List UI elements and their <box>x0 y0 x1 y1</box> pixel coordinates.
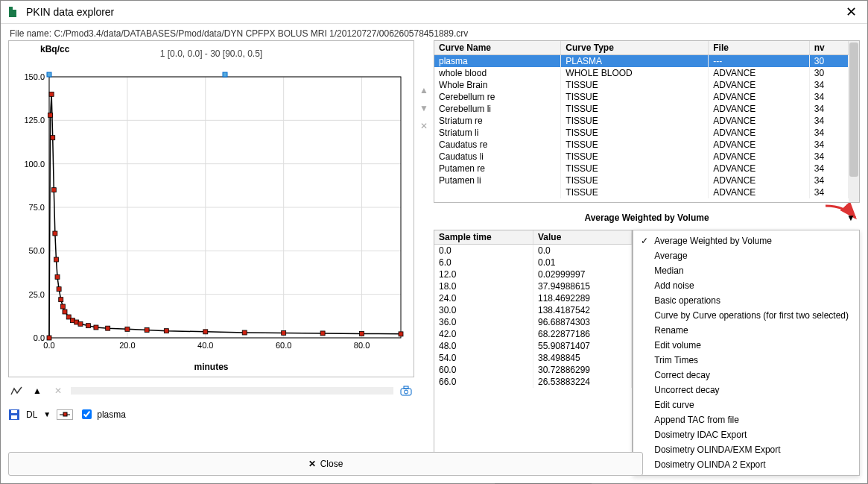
menu-item[interactable]: Basic operations <box>633 293 859 308</box>
window-close-button[interactable]: ✕ <box>841 4 861 20</box>
table-row[interactable]: Caudatus reTISSUEADVANCE34 <box>434 139 849 151</box>
remove-x-icon[interactable]: ✕ <box>420 121 428 131</box>
svg-text:125.0: 125.0 <box>24 116 45 125</box>
close-x-icon: ✕ <box>308 459 316 469</box>
menu-item[interactable]: Rename <box>633 323 859 338</box>
table-row[interactable]: 30.0138.4187542 <box>434 304 632 316</box>
plasma-checkbox[interactable]: plasma <box>79 407 126 421</box>
up-triangle-icon[interactable]: ▲ <box>29 383 45 398</box>
camera-icon[interactable] <box>398 383 414 398</box>
aggregate-mode-label: Average Weighted by Volume <box>584 213 709 223</box>
svg-rect-53 <box>47 72 51 77</box>
svg-rect-55 <box>401 389 411 395</box>
table-row[interactable]: Striatum liTISSUEADVANCE34 <box>434 127 849 139</box>
curves-scrollbar[interactable] <box>849 41 859 202</box>
values-table[interactable]: Sample timeValue0.00.06.00.0112.00.02999… <box>434 230 633 476</box>
svg-text:40.0: 40.0 <box>197 341 213 350</box>
svg-rect-41 <box>86 324 90 328</box>
svg-rect-54 <box>223 72 227 77</box>
svg-rect-45 <box>145 328 149 333</box>
svg-rect-52 <box>399 332 403 336</box>
polyline-tool-icon[interactable] <box>8 383 25 398</box>
menu-item[interactable]: Dosimetry IDAC Export <box>633 427 859 442</box>
svg-rect-48 <box>242 330 247 335</box>
svg-text:150.0: 150.0 <box>24 72 45 81</box>
menu-item[interactable]: Edit volume <box>633 338 859 353</box>
table-row[interactable]: 66.026.53883224 <box>434 376 632 388</box>
svg-text:0.0: 0.0 <box>43 341 54 350</box>
svg-text:20.0: 20.0 <box>119 341 135 350</box>
table-row[interactable]: Striatum reTISSUEADVANCE34 <box>434 115 849 127</box>
frame-slider[interactable] <box>71 387 393 395</box>
svg-text:25.0: 25.0 <box>29 290 45 299</box>
table-row[interactable]: 48.055.90871407 <box>434 340 632 352</box>
table-row[interactable]: plasmaPLASMA---30 <box>434 55 849 68</box>
legend-marker-icon[interactable] <box>57 409 73 420</box>
svg-rect-47 <box>203 330 208 334</box>
title-bar: PKIN data explorer ✕ <box>1 1 867 24</box>
plasma-checkbox-label: plasma <box>97 409 126 420</box>
table-row[interactable]: 12.00.02999997 <box>434 268 632 280</box>
svg-rect-31 <box>54 257 58 262</box>
menu-item[interactable]: Uncorrect decay <box>633 383 859 397</box>
curves-header[interactable]: File <box>709 41 810 55</box>
svg-text:50.0: 50.0 <box>29 246 45 255</box>
dl-label: DL <box>26 409 37 420</box>
file-name-value: C:/Pmod3.4/data/DATABASES/Pmod/data/DYN … <box>54 28 468 39</box>
curves-header[interactable]: Curve Type <box>561 41 709 55</box>
file-name-label: File name: <box>10 28 51 39</box>
plot-y-title: kBq/cc <box>40 44 69 54</box>
aggregate-mode-dropdown-icon[interactable]: ▼ <box>846 213 855 223</box>
table-row[interactable]: whole bloodWHOLE BLOODADVANCE30 <box>434 67 849 79</box>
table-row[interactable]: Cerebellum liTISSUEADVANCE34 <box>434 103 849 115</box>
svg-rect-32 <box>55 274 60 279</box>
aggregate-mode-bar: Average Weighted by Volume ▼ <box>434 207 860 228</box>
menu-item[interactable]: Dosimetry OLINDA/EXM Export <box>633 442 859 457</box>
save-disk-icon[interactable] <box>8 409 20 421</box>
menu-item[interactable]: Median <box>633 263 859 278</box>
curves-header[interactable]: Curve Name <box>434 41 561 55</box>
move-down-icon[interactable]: ▼ <box>419 103 428 113</box>
menu-item[interactable]: Append TAC from file <box>633 412 859 427</box>
table-row[interactable]: Caudatus liTISSUEADVANCE34 <box>434 151 849 163</box>
menu-item[interactable]: Dosimetry OLINDA 2 Export <box>633 457 859 472</box>
menu-item[interactable]: Curve by Curve operations (for first two… <box>633 308 859 323</box>
table-row[interactable]: Putamen liTISSUEADVANCE34 <box>434 175 849 186</box>
svg-rect-27 <box>49 92 54 96</box>
values-header[interactable]: Sample time <box>434 230 533 245</box>
dropdown-triangle-icon[interactable]: ▼ <box>43 410 51 418</box>
plot-area[interactable]: 0.025.050.075.0100.0125.0150.00.020.040.… <box>13 62 409 360</box>
table-row[interactable]: 24.0118.4692289 <box>434 292 632 304</box>
legend-row: DL ▼ plasma <box>8 406 414 423</box>
menu-item[interactable]: Average Weighted by Volume <box>633 233 859 248</box>
table-row[interactable]: 6.00.01 <box>434 257 632 268</box>
table-row[interactable]: Whole BrainTISSUEADVANCE34 <box>434 79 849 91</box>
table-row[interactable]: Cerebellum reTISSUEADVANCE34 <box>434 91 849 103</box>
curves-table[interactable]: Curve NameCurve TypeFilenvplasmaPLASMA--… <box>434 40 860 203</box>
app-logo-icon <box>7 4 22 19</box>
menu-item[interactable]: Add noise <box>633 278 859 293</box>
table-row[interactable]: 60.030.72886299 <box>434 364 632 376</box>
table-row[interactable]: 54.038.498845 <box>434 352 632 364</box>
menu-item[interactable]: Trim Times <box>633 353 859 368</box>
move-up-icon[interactable]: ▲ <box>419 85 428 95</box>
table-row[interactable]: 0.00.0 <box>434 245 632 257</box>
svg-rect-59 <box>11 415 17 419</box>
clear-x-icon[interactable]: ✕ <box>50 383 66 398</box>
svg-text:100.0: 100.0 <box>24 160 45 169</box>
menu-item[interactable]: Average <box>633 248 859 263</box>
values-header[interactable]: Value <box>533 230 631 245</box>
table-row[interactable]: 42.068.22877186 <box>434 328 632 340</box>
svg-rect-36 <box>63 309 67 314</box>
curves-header[interactable]: nv <box>809 41 848 55</box>
menu-item[interactable]: Correct decay <box>633 368 859 383</box>
menu-item[interactable]: Edit curve <box>633 397 859 412</box>
table-row[interactable]: 18.037.94988615 <box>434 280 632 292</box>
table-row[interactable]: 36.096.68874303 <box>434 316 632 328</box>
svg-rect-57 <box>404 386 408 389</box>
svg-rect-49 <box>282 330 286 335</box>
plasma-checkbox-input[interactable] <box>82 409 92 419</box>
table-row[interactable]: Putamen reTISSUEADVANCE34 <box>434 163 849 175</box>
table-row[interactable]: TISSUEADVANCE34 <box>434 186 849 198</box>
close-button[interactable]: ✕ Close <box>8 452 643 476</box>
